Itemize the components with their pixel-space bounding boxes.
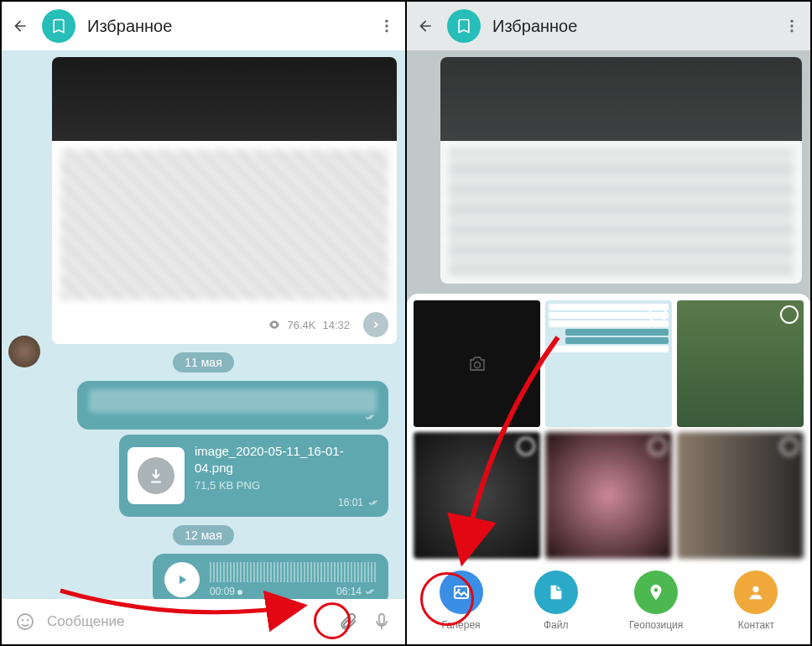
chat-title: Избранное <box>492 17 770 36</box>
attach-file[interactable]: Файл <box>534 570 578 631</box>
views-icon <box>268 319 280 331</box>
audio-duration: 00:09 <box>210 586 235 597</box>
audio-time: 06:14 <box>336 586 362 597</box>
selection-circle[interactable] <box>780 305 799 324</box>
chat-header: Избранное <box>407 2 810 50</box>
attachment-sheet: Галерея Файл Геопозиция Контакт <box>407 294 810 644</box>
gallery-grid <box>414 300 804 559</box>
views-count: 76.4K <box>287 319 315 331</box>
saved-messages-avatar[interactable] <box>42 9 75 43</box>
svg-point-3 <box>18 614 33 629</box>
svg-point-8 <box>790 24 793 27</box>
file-size: 71,5 KB PNG <box>195 479 380 492</box>
audio-waveform[interactable] <box>210 562 377 582</box>
svg-point-5 <box>27 619 29 621</box>
svg-point-10 <box>474 362 480 367</box>
svg-point-2 <box>385 29 388 32</box>
sent-message[interactable] <box>77 381 388 430</box>
message-input[interactable]: Сообщение <box>47 613 326 630</box>
file-name: image_2020-05-11_16-01-04.png <box>195 443 380 476</box>
message-image <box>440 57 802 141</box>
svg-point-14 <box>753 586 759 592</box>
date-separator: 11 мая <box>173 352 233 372</box>
svg-point-0 <box>385 20 388 23</box>
contact-icon <box>734 570 778 614</box>
download-icon[interactable] <box>138 457 174 494</box>
read-checkmark-icon <box>365 587 377 596</box>
message-text-blurred <box>89 389 377 413</box>
gallery-icon <box>440 570 483 614</box>
camera-icon <box>457 344 497 384</box>
selection-circle[interactable] <box>780 437 799 456</box>
attach-location-label: Геопозиция <box>629 619 683 631</box>
forward-button[interactable] <box>363 312 388 337</box>
attach-file-label: Файл <box>544 619 569 631</box>
back-button[interactable] <box>10 16 30 36</box>
selection-circle[interactable] <box>517 437 535 456</box>
sender-avatar[interactable] <box>8 336 40 367</box>
emoji-button[interactable] <box>13 610 37 633</box>
chat-messages[interactable]: 76.4K 14:32 11 мая image_2020-05-11_16-0… <box>2 50 405 599</box>
date-separator: 12 мая <box>173 525 233 545</box>
saved-messages-avatar[interactable] <box>447 9 481 43</box>
attach-contact-label: Контакт <box>738 619 774 631</box>
gallery-item[interactable] <box>545 300 672 427</box>
gallery-item[interactable] <box>545 432 672 559</box>
svg-point-9 <box>790 29 793 32</box>
read-checkmark-icon <box>365 413 377 421</box>
back-button[interactable] <box>415 16 435 36</box>
svg-rect-6 <box>379 614 384 624</box>
attach-gallery[interactable]: Галерея <box>440 570 483 631</box>
message-image <box>52 57 397 141</box>
gallery-item[interactable] <box>677 300 804 427</box>
gallery-item[interactable] <box>677 432 804 559</box>
chat-title: Избранное <box>87 17 365 36</box>
selection-circle[interactable] <box>648 437 667 456</box>
more-menu-button[interactable] <box>377 16 397 36</box>
file-icon <box>534 570 578 614</box>
attach-button[interactable] <box>336 610 360 633</box>
svg-point-4 <box>22 619 23 621</box>
message-text-blurred <box>449 149 794 275</box>
attach-gallery-label: Галерея <box>442 619 481 631</box>
location-icon <box>634 570 678 614</box>
svg-point-12 <box>457 589 460 591</box>
svg-point-7 <box>790 20 793 23</box>
more-menu-button[interactable] <box>782 16 802 36</box>
svg-point-13 <box>654 588 658 592</box>
audio-message[interactable]: 00:09 06:14 <box>153 554 388 599</box>
message-text-blurred <box>60 149 388 300</box>
chat-header: Избранное <box>2 2 405 50</box>
gallery-item[interactable] <box>414 432 540 559</box>
message-time: 14:32 <box>322 319 350 331</box>
read-checkmark-icon <box>368 498 380 507</box>
voice-button[interactable] <box>370 610 393 633</box>
play-button[interactable] <box>164 562 200 597</box>
file-time: 16:01 <box>338 497 363 508</box>
forwarded-message[interactable]: 76.4K 14:32 <box>52 57 397 344</box>
forwarded-message <box>440 57 802 284</box>
attach-location[interactable]: Геопозиция <box>629 570 683 631</box>
file-thumbnail[interactable] <box>128 447 185 504</box>
attach-contact[interactable]: Контакт <box>734 570 778 631</box>
gallery-camera-cell[interactable] <box>414 300 540 427</box>
svg-point-1 <box>385 24 388 27</box>
selection-circle[interactable] <box>648 305 667 324</box>
file-message[interactable]: image_2020-05-11_16-01-04.png 71,5 KB PN… <box>119 435 388 517</box>
message-input-bar: Сообщение <box>2 599 405 644</box>
